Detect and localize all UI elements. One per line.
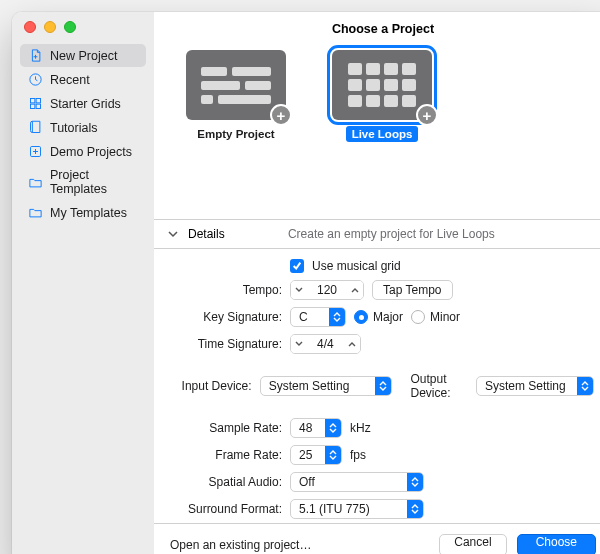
dialog-footer: Open an existing project… Cancel Choose <box>154 523 600 554</box>
tempo-value: 120 <box>307 283 347 297</box>
select-value: 5.1 (ITU 775) <box>299 502 407 516</box>
spatial-audio-select[interactable]: Off <box>290 472 424 492</box>
use-musical-grid-label: Use musical grid <box>312 259 401 273</box>
sidebar-item-tutorials[interactable]: Tutorials <box>20 116 146 139</box>
output-device-label: Output Device: <box>411 372 468 400</box>
sidebar-item-label: Tutorials <box>50 121 97 135</box>
sidebar-item-recent[interactable]: Recent <box>20 68 146 91</box>
plus-icon: + <box>270 104 292 126</box>
surround-format-select[interactable]: 5.1 (ITU 775) <box>290 499 424 519</box>
input-device-label: Input Device: <box>172 379 252 393</box>
select-value: 48 <box>299 421 325 435</box>
select-arrows-icon <box>325 446 341 464</box>
select-arrows-icon <box>325 419 341 437</box>
svg-rect-1 <box>31 99 35 103</box>
tile-empty-project[interactable]: + Empty Project <box>186 50 286 142</box>
sample-rate-label: Sample Rate: <box>172 421 282 435</box>
time-signature-label: Time Signature: <box>172 337 282 351</box>
details-form: Use musical grid Tempo: 120 Tap Tempo Ke… <box>154 249 600 523</box>
use-musical-grid-checkbox[interactable] <box>290 259 304 273</box>
main-pane: Choose a Project + Empty Project <box>154 12 600 554</box>
sidebar-item-demo-projects[interactable]: Demo Projects <box>20 140 146 163</box>
plus-icon: + <box>416 104 438 126</box>
sidebar: New Project Recent Starter Grids Tutoria… <box>12 12 154 554</box>
project-type-tiles: + Empty Project + Live Loops <box>154 42 600 150</box>
svg-rect-2 <box>36 99 40 103</box>
stepper-down-icon[interactable] <box>291 281 307 299</box>
details-title: Details <box>188 227 225 241</box>
radio-label: Major <box>373 310 403 324</box>
details-hint: Create an empty project for Live Loops <box>235 227 548 241</box>
window-traffic-lights <box>24 21 76 33</box>
stepper-up-icon[interactable] <box>347 281 363 299</box>
choose-button[interactable]: Choose <box>517 534 596 554</box>
sample-rate-select[interactable]: 48 <box>290 418 342 438</box>
select-arrows-icon <box>407 500 423 518</box>
select-value: 25 <box>299 448 325 462</box>
sidebar-item-label: Recent <box>50 73 90 87</box>
select-arrows-icon <box>577 377 593 395</box>
details-disclosure-bar[interactable]: Details Create an empty project for Live… <box>154 219 600 249</box>
sidebar-item-label: New Project <box>50 49 117 63</box>
select-value: System Setting <box>269 379 375 393</box>
tile-live-loops[interactable]: + Live Loops <box>332 50 432 142</box>
sidebar-item-label: Starter Grids <box>50 97 121 111</box>
open-existing-project-link[interactable]: Open an existing project… <box>170 538 311 552</box>
sidebar-item-project-templates[interactable]: Project Templates <box>20 164 146 200</box>
key-signature-label: Key Signature: <box>172 310 282 324</box>
zoom-window-button[interactable] <box>64 21 76 33</box>
input-device-select[interactable]: System Setting <box>260 376 392 396</box>
output-device-select[interactable]: System Setting <box>476 376 594 396</box>
select-value: C <box>299 310 329 324</box>
frame-rate-select[interactable]: 25 <box>290 445 342 465</box>
sidebar-item-label: Project Templates <box>50 168 138 196</box>
cancel-button[interactable]: Cancel <box>439 534 506 554</box>
spatial-audio-label: Spatial Audio: <box>172 475 282 489</box>
sidebar-item-starter-grids[interactable]: Starter Grids <box>20 92 146 115</box>
sidebar-item-label: Demo Projects <box>50 145 132 159</box>
key-signature-select[interactable]: C <box>290 307 346 327</box>
project-chooser-window: New Project Recent Starter Grids Tutoria… <box>12 12 600 554</box>
minimize-window-button[interactable] <box>44 21 56 33</box>
key-mode-minor-radio[interactable]: Minor <box>411 310 460 324</box>
tile-label: Live Loops <box>346 126 419 142</box>
radio-dot-off-icon <box>411 310 425 324</box>
tile-thumbnail-tracks: + <box>186 50 286 120</box>
time-signature-stepper[interactable]: 4/4 <box>290 334 361 354</box>
tempo-stepper[interactable]: 120 <box>290 280 364 300</box>
chevron-down-icon <box>168 229 178 239</box>
select-value: System Setting <box>485 379 577 393</box>
svg-rect-3 <box>31 104 35 108</box>
folder-icon <box>28 175 43 190</box>
sidebar-item-my-templates[interactable]: My Templates <box>20 201 146 224</box>
radio-dot-on-icon <box>354 310 368 324</box>
select-value: Off <box>299 475 407 489</box>
sidebar-item-label: My Templates <box>50 206 127 220</box>
file-plus-icon <box>28 48 43 63</box>
tile-thumbnail-grid: + <box>332 50 432 120</box>
svg-rect-4 <box>36 104 40 108</box>
sparkle-icon <box>28 144 43 159</box>
folder-icon <box>28 205 43 220</box>
radio-label: Minor <box>430 310 460 324</box>
time-signature-value: 4/4 <box>307 337 344 351</box>
surround-format-label: Surround Format: <box>172 502 282 516</box>
clock-icon <box>28 72 43 87</box>
tap-tempo-button[interactable]: Tap Tempo <box>372 280 452 300</box>
select-arrows-icon <box>407 473 423 491</box>
stepper-down-icon[interactable] <box>291 335 307 353</box>
select-arrows-icon <box>329 308 345 326</box>
key-mode-major-radio[interactable]: Major <box>354 310 403 324</box>
book-icon <box>28 120 43 135</box>
tile-label: Empty Project <box>191 126 280 142</box>
stepper-up-icon[interactable] <box>344 335 360 353</box>
frame-rate-unit: fps <box>350 448 366 462</box>
close-window-button[interactable] <box>24 21 36 33</box>
sidebar-item-new-project[interactable]: New Project <box>20 44 146 67</box>
sample-rate-unit: kHz <box>350 421 371 435</box>
grid-icon <box>28 96 43 111</box>
page-title: Choose a Project <box>154 12 600 42</box>
frame-rate-label: Frame Rate: <box>172 448 282 462</box>
tempo-label: Tempo: <box>172 283 282 297</box>
select-arrows-icon <box>375 377 391 395</box>
